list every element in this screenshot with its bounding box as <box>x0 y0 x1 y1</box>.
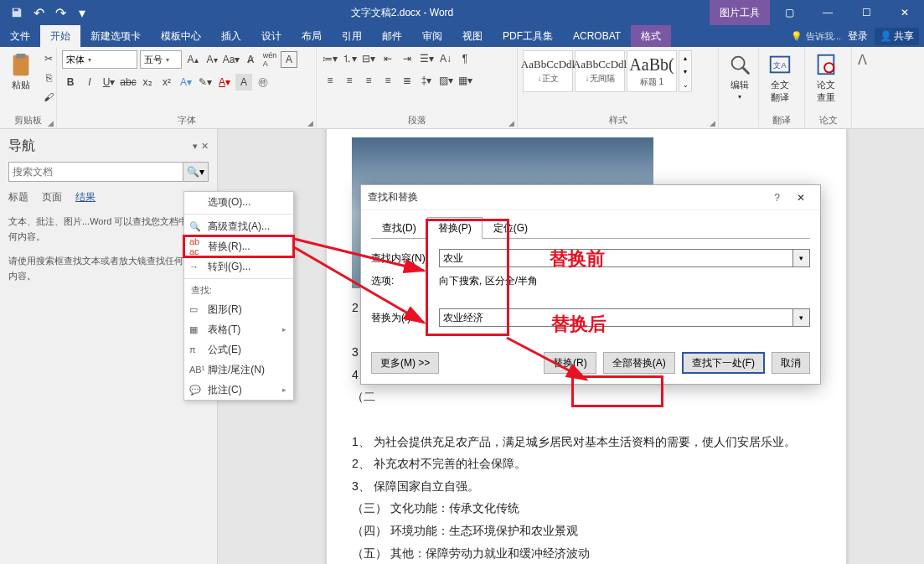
tab-file[interactable]: 文件 <box>0 25 40 47</box>
editing-button[interactable]: 编辑▾ <box>724 50 756 102</box>
chinese-layout-icon[interactable]: ☰▾ <box>418 50 435 67</box>
align-right-icon[interactable]: ≡ <box>360 72 377 89</box>
ribbon-display-icon[interactable]: ▢ <box>770 0 808 25</box>
dialog-close-icon[interactable]: ✕ <box>788 192 813 204</box>
translate-button[interactable]: 文A全文 翻译 <box>764 50 796 106</box>
font-color-icon[interactable]: A▾ <box>216 74 233 91</box>
align-left-icon[interactable]: ≡ <box>322 72 338 89</box>
clipboard-launcher-icon[interactable]: ◢ <box>48 119 54 127</box>
menu-find-graphics[interactable]: ▭图形(R) <box>184 299 293 319</box>
highlight-icon[interactable]: ✎▾ <box>197 74 214 91</box>
find-history-dropdown[interactable]: ▾ <box>793 249 810 267</box>
nav-search-button[interactable]: 🔍▾ <box>183 162 209 182</box>
align-center-icon[interactable]: ≡ <box>341 72 358 89</box>
tab-design[interactable]: 设计 <box>251 25 292 47</box>
dialog-tab-find[interactable]: 查找(D) <box>371 217 427 239</box>
tab-layout[interactable]: 布局 <box>292 25 332 47</box>
style-normal[interactable]: AaBbCcDdl↓正文 <box>523 50 573 92</box>
tab-mail[interactable]: 邮件 <box>372 25 412 47</box>
text-effects-icon[interactable]: A▾ <box>178 74 194 91</box>
find-what-input[interactable] <box>439 249 793 267</box>
menu-find-comments[interactable]: 💬批注(C)▸ <box>184 380 293 400</box>
clear-format-icon[interactable]: A̷ <box>242 51 259 68</box>
cancel-button[interactable]: 取消 <box>772 352 810 374</box>
strikethrough-icon[interactable]: abc <box>120 74 137 91</box>
cut-icon[interactable]: ✂ <box>40 50 57 67</box>
collapse-ribbon-icon[interactable]: ᐱ <box>851 47 873 128</box>
increase-indent-icon[interactable]: ⇥ <box>399 50 416 67</box>
subscript-icon[interactable]: x₂ <box>139 74 156 91</box>
more-button[interactable]: 更多(M) >> <box>371 352 439 374</box>
menu-advanced-find[interactable]: 🔍高级查找(A)... <box>184 216 293 236</box>
paste-button[interactable]: 粘贴 <box>5 50 37 93</box>
replace-with-input[interactable] <box>439 308 793 327</box>
superscript-icon[interactable]: x² <box>158 74 175 91</box>
dialog-tab-replace[interactable]: 替换(P) <box>427 217 483 239</box>
menu-goto[interactable]: →转到(G)... <box>184 256 293 277</box>
style-heading1[interactable]: AaBb(标题 1 <box>627 50 677 92</box>
char-border-icon[interactable]: A <box>281 51 297 68</box>
char-shading-icon[interactable]: A <box>235 74 252 91</box>
styles-gallery[interactable]: AaBbCcDdl↓正文 AaBbCcDdl↓无间隔 AaBb(标题 1 ▴▾⌄ <box>523 50 692 92</box>
line-spacing-icon[interactable]: ‡▾ <box>418 72 435 89</box>
enclose-char-icon[interactable]: ㊕ <box>255 74 271 91</box>
paper-check-button[interactable]: 论文 查重 <box>810 50 842 106</box>
phonetic-guide-icon[interactable]: wénA <box>261 51 278 68</box>
font-size-combo[interactable]: 五号▾ <box>140 50 182 69</box>
borders-icon[interactable]: ▦▾ <box>457 72 473 89</box>
format-painter-icon[interactable]: 🖌 <box>40 89 57 106</box>
tab-references[interactable]: 引用 <box>332 25 372 47</box>
tab-home[interactable]: 开始 <box>40 25 80 47</box>
paragraph-launcher-icon[interactable]: ◢ <box>508 119 514 127</box>
tab-acrobat[interactable]: ACROBAT <box>563 25 631 47</box>
styles-launcher-icon[interactable]: ◢ <box>710 119 715 127</box>
menu-find-equations[interactable]: π公式(E) <box>184 339 293 360</box>
tab-review[interactable]: 审阅 <box>412 25 452 47</box>
maximize-icon[interactable]: ☐ <box>847 0 885 25</box>
nav-pane-close-icon[interactable]: ✕ <box>201 141 209 152</box>
justify-icon[interactable]: ≡ <box>379 72 396 89</box>
sort-icon[interactable]: A↓ <box>437 50 454 67</box>
decrease-indent-icon[interactable]: ⇤ <box>379 50 396 67</box>
font-name-combo[interactable]: 宋体▾ <box>62 50 137 69</box>
tab-insert[interactable]: 插入 <box>211 25 251 47</box>
shrink-font-icon[interactable]: A▾ <box>204 51 220 68</box>
nav-tab-pages[interactable]: 页面 <box>42 190 62 204</box>
nav-search-input[interactable] <box>8 162 183 182</box>
tab-templates[interactable]: 模板中心 <box>151 25 211 47</box>
show-marks-icon[interactable]: ¶ <box>457 50 473 67</box>
distribute-icon[interactable]: ≣ <box>399 72 416 89</box>
replace-history-dropdown[interactable]: ▾ <box>793 308 810 327</box>
menu-find-footnotes[interactable]: AB¹脚注/尾注(N) <box>184 360 293 380</box>
find-next-button[interactable]: 查找下一处(F) <box>682 352 765 374</box>
font-launcher-icon[interactable]: ◢ <box>307 119 313 127</box>
shading-icon[interactable]: ▨▾ <box>437 72 454 89</box>
nav-tab-headings[interactable]: 标题 <box>8 190 28 204</box>
save-icon[interactable] <box>8 3 26 22</box>
menu-find-tables[interactable]: ▦表格(T)▸ <box>184 319 293 339</box>
minimize-icon[interactable]: — <box>808 0 847 25</box>
change-case-icon[interactable]: Aa▾ <box>223 51 240 68</box>
dialog-tab-goto[interactable]: 定位(G) <box>483 217 539 239</box>
redo-icon[interactable]: ↷ <box>51 3 70 22</box>
tell-me-search[interactable]: 💡 告诉我... <box>791 30 841 43</box>
style-nospacing[interactable]: AaBbCcDdl↓无间隔 <box>575 50 625 92</box>
underline-icon[interactable]: U▾ <box>101 74 117 91</box>
nav-pane-dropdown-icon[interactable]: ▾ <box>193 141 198 152</box>
multilevel-icon[interactable]: ⊟▾ <box>360 50 377 67</box>
login-button[interactable]: 登录 <box>848 29 868 44</box>
menu-replace[interactable]: abac替换(R)... <box>184 236 293 256</box>
share-button[interactable]: 👤 共享 <box>875 28 919 45</box>
grow-font-icon[interactable]: A▴ <box>184 51 201 68</box>
bullets-icon[interactable]: ≔▾ <box>322 50 338 67</box>
styles-gallery-more[interactable]: ▴▾⌄ <box>679 50 692 92</box>
nav-tab-results[interactable]: 结果 <box>75 190 95 204</box>
close-icon[interactable]: ✕ <box>885 0 924 25</box>
bold-icon[interactable]: B <box>62 74 79 91</box>
dialog-help-icon[interactable]: ? <box>774 192 780 204</box>
tab-newtab[interactable]: 新建选项卡 <box>80 25 151 47</box>
undo-icon[interactable]: ↶ <box>29 3 48 22</box>
tab-pdf[interactable]: PDF工具集 <box>493 25 563 47</box>
replace-all-button[interactable]: 全部替换(A) <box>603 352 675 374</box>
tab-view[interactable]: 视图 <box>452 25 493 47</box>
